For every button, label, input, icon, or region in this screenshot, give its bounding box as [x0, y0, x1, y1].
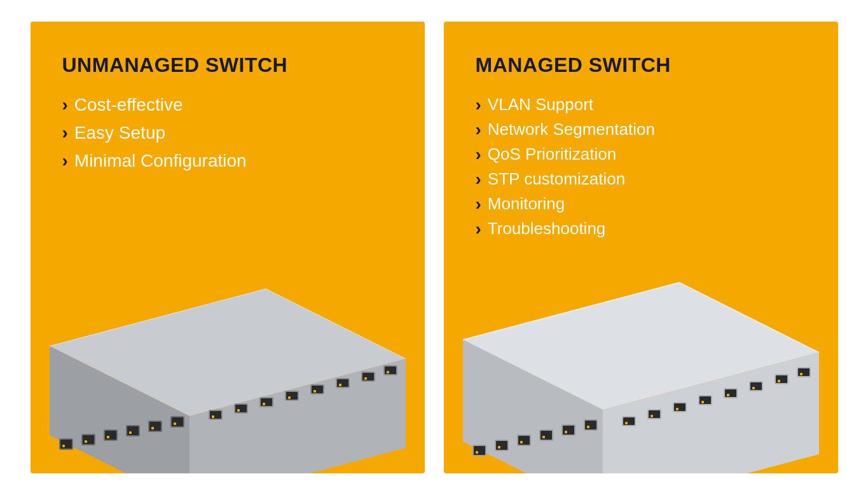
svg-rect-57	[518, 436, 530, 445]
feature-label: Cost-effective	[74, 95, 183, 115]
managed-switch-illustration	[444, 257, 838, 473]
svg-rect-35	[313, 390, 316, 393]
svg-rect-85	[752, 387, 755, 389]
feature-label: Troubleshooting	[488, 219, 606, 239]
list-item: › Troubleshooting	[476, 219, 806, 239]
svg-rect-91	[800, 373, 803, 375]
svg-rect-40	[362, 373, 374, 380]
svg-rect-81	[725, 389, 736, 397]
feature-label: Network Segmentation	[488, 120, 655, 139]
svg-rect-87	[776, 375, 787, 383]
list-item: › Cost-effective	[62, 95, 393, 115]
list-item: › VLAN Support	[476, 95, 806, 115]
svg-rect-58	[520, 441, 523, 443]
svg-rect-72	[649, 410, 660, 418]
svg-rect-70	[625, 422, 628, 424]
svg-rect-38	[339, 384, 341, 386]
svg-rect-60	[541, 431, 552, 440]
svg-rect-10	[105, 431, 116, 440]
svg-rect-17	[151, 427, 154, 429]
svg-rect-11	[107, 436, 109, 438]
chevron-icon: ›	[62, 96, 68, 114]
chevron-icon: ›	[476, 171, 481, 188]
chevron-icon: ›	[476, 195, 481, 213]
svg-rect-23	[212, 415, 214, 418]
svg-rect-52	[476, 451, 478, 454]
svg-rect-25	[235, 405, 247, 412]
svg-rect-8	[85, 440, 87, 443]
svg-rect-76	[676, 408, 679, 410]
list-item: › STP customization	[476, 169, 806, 189]
svg-rect-84	[750, 382, 762, 390]
svg-rect-90	[798, 368, 809, 376]
unmanaged-feature-list: › Cost-effective › Easy Setup › Minimal …	[62, 95, 393, 171]
svg-rect-67	[587, 426, 589, 428]
feature-label: STP customization	[488, 169, 625, 189]
chevron-icon: ›	[476, 121, 481, 139]
svg-rect-55	[498, 446, 500, 449]
chevron-icon: ›	[62, 152, 68, 170]
svg-rect-19	[172, 417, 183, 426]
svg-rect-26	[237, 409, 240, 412]
svg-rect-14	[129, 431, 132, 434]
svg-rect-41	[364, 377, 367, 380]
list-item: › Easy Setup	[62, 123, 393, 143]
svg-rect-75	[674, 403, 685, 411]
svg-rect-73	[651, 415, 653, 417]
svg-rect-13	[127, 426, 139, 435]
feature-label: VLAN Support	[488, 95, 593, 115]
svg-rect-28	[261, 398, 272, 406]
feature-label: Easy Setup	[74, 123, 165, 143]
svg-rect-16	[149, 422, 161, 431]
svg-rect-69	[623, 417, 635, 425]
svg-rect-64	[565, 431, 567, 433]
list-item: › Minimal Configuration	[62, 151, 393, 171]
svg-rect-51	[474, 446, 485, 455]
svg-rect-4	[60, 440, 72, 449]
feature-label: Minimal Configuration	[74, 151, 247, 171]
svg-rect-5	[62, 445, 65, 447]
feature-label: Monitoring	[488, 194, 565, 214]
svg-rect-43	[385, 366, 396, 374]
managed-switch-title: MANAGED SWITCH	[476, 53, 806, 77]
list-item: › QoS Prioritization	[476, 144, 806, 164]
svg-rect-61	[542, 436, 545, 438]
svg-rect-44	[387, 371, 389, 373]
chevron-icon: ›	[62, 124, 68, 142]
chevron-icon: ›	[476, 146, 481, 164]
svg-rect-54	[496, 441, 507, 450]
page-container: UNMANAGED SWITCH › Cost-effective › Easy…	[0, 0, 868, 495]
unmanaged-switch-title: UNMANAGED SWITCH	[62, 53, 393, 77]
svg-rect-66	[585, 421, 596, 429]
svg-rect-32	[288, 396, 291, 399]
svg-rect-20	[174, 422, 176, 425]
list-item: › Monitoring	[476, 194, 806, 214]
svg-rect-31	[286, 392, 298, 400]
managed-feature-list: › VLAN Support › Network Segmentation › …	[476, 95, 806, 239]
svg-rect-34	[312, 386, 323, 393]
chevron-icon: ›	[476, 96, 481, 114]
svg-rect-29	[263, 403, 265, 405]
unmanaged-switch-card: UNMANAGED SWITCH › Cost-effective › Easy…	[31, 22, 425, 473]
unmanaged-switch-illustration	[31, 257, 425, 473]
svg-rect-63	[563, 426, 574, 435]
svg-rect-7	[83, 435, 94, 444]
svg-rect-88	[778, 380, 780, 382]
chevron-icon: ›	[476, 220, 481, 238]
managed-switch-card: MANAGED SWITCH › VLAN Support › Network …	[444, 22, 838, 473]
svg-rect-37	[337, 379, 348, 387]
feature-label: QoS Prioritization	[488, 144, 616, 164]
svg-rect-22	[210, 411, 221, 419]
svg-rect-78	[699, 396, 711, 404]
list-item: › Network Segmentation	[476, 120, 806, 139]
svg-rect-79	[701, 401, 704, 403]
svg-rect-82	[727, 394, 729, 396]
